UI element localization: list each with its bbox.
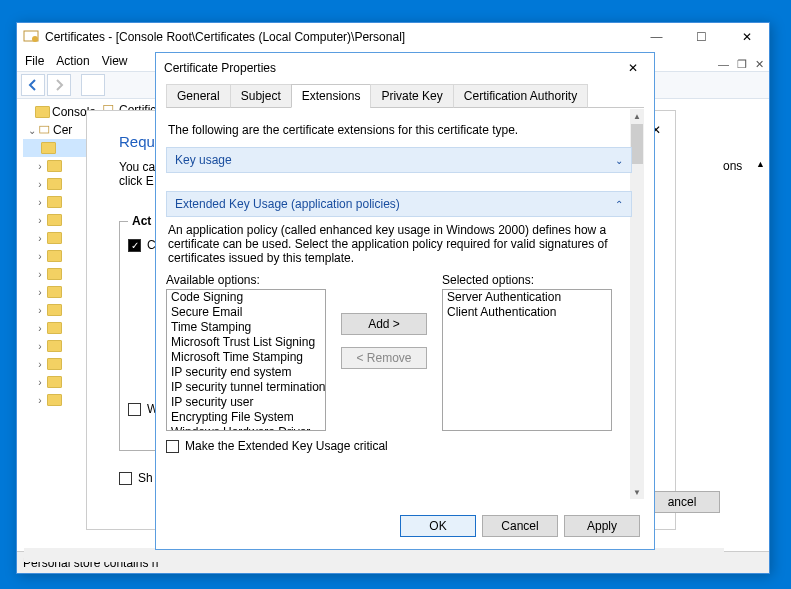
sysbuttons: — ☐ ✕ (634, 23, 769, 51)
add-button[interactable]: Add > (341, 313, 427, 335)
maximize-button[interactable]: ☐ (679, 23, 724, 51)
checkbox-icon (166, 440, 179, 453)
tab-extensions[interactable]: Extensions (291, 84, 372, 108)
actions-pane-fragment: ons ▲ (723, 159, 765, 173)
list-item[interactable]: Windows Hardware Driver (167, 425, 325, 430)
scroll-down-icon[interactable]: ▼ (630, 485, 644, 499)
ok-button[interactable]: OK (400, 515, 476, 537)
chevron-down-icon: ⌄ (615, 155, 623, 166)
child-minimize-button[interactable]: — (718, 58, 729, 71)
child-window-controls: — ❐ ✕ (718, 58, 764, 71)
cert-props-close-button[interactable]: ✕ (620, 55, 646, 81)
cert-props-titlebar: Certificate Properties ✕ (156, 53, 654, 83)
child-restore-button[interactable]: ❐ (737, 58, 747, 71)
available-options-list[interactable]: Code SigningSecure EmailTime StampingMic… (166, 289, 326, 431)
cancel-button[interactable]: Cancel (482, 515, 558, 537)
eku-description: An application policy (called enhanced k… (168, 223, 630, 265)
wizard-checkbox-sh[interactable]: Sh (119, 471, 153, 485)
back-button[interactable] (21, 74, 45, 96)
expander-key-usage-label: Key usage (175, 153, 615, 167)
list-item[interactable]: Microsoft Time Stamping (167, 350, 325, 365)
list-item[interactable]: Microsoft Trust List Signing (167, 335, 325, 350)
expander-eku-label: Extended Key Usage (application policies… (175, 197, 615, 211)
expander-key-usage[interactable]: Key usage ⌄ (166, 147, 632, 173)
intro-text: The following are the certificate extens… (168, 123, 630, 137)
selected-options-list[interactable]: Server AuthenticationClient Authenticati… (442, 289, 612, 431)
groupbox-label: Act (128, 214, 155, 228)
mmc-title: Certificates - [Console Root\Certificate… (45, 30, 634, 44)
expander-eku[interactable]: Extended Key Usage (application policies… (166, 191, 632, 217)
tab-private-key[interactable]: Private Key (370, 84, 453, 108)
svg-rect-3 (40, 126, 49, 133)
tab-general[interactable]: General (166, 84, 231, 108)
minimize-button[interactable]: — (634, 23, 679, 51)
wizard-cancel-button[interactable]: ancel (644, 491, 720, 513)
chevron-up-icon: ⌃ (615, 199, 623, 210)
cert-tree-icon (39, 124, 51, 136)
actions-label: ons (723, 159, 742, 173)
list-item[interactable]: Time Stamping (167, 320, 325, 335)
dialog-scrollbar[interactable]: ▲ ▼ (630, 109, 644, 499)
eku-critical-label: Make the Extended Key Usage critical (185, 439, 388, 453)
list-item[interactable]: IP security end system (167, 365, 325, 380)
tab-cert-authority[interactable]: Certification Authority (453, 84, 588, 108)
down-arrow-icon[interactable]: ▲ (756, 159, 765, 169)
menu-view[interactable]: View (102, 54, 128, 68)
forward-button[interactable] (47, 74, 71, 96)
menu-action[interactable]: Action (56, 54, 89, 68)
child-close-button[interactable]: ✕ (755, 58, 764, 71)
cert-properties-dialog: Certificate Properties ✕ General Subject… (155, 52, 655, 550)
eku-critical-checkbox[interactable]: Make the Extended Key Usage critical (166, 439, 632, 453)
list-item[interactable]: Code Signing (167, 290, 325, 305)
list-item[interactable]: IP security user (167, 395, 325, 410)
hscrollbar[interactable] (24, 548, 724, 562)
scroll-thumb[interactable] (631, 124, 643, 164)
tab-subject[interactable]: Subject (230, 84, 292, 108)
list-item[interactable]: Secure Email (167, 305, 325, 320)
cert-props-title: Certificate Properties (164, 61, 620, 75)
scroll-up-icon[interactable]: ▲ (630, 109, 644, 123)
menu-file[interactable]: File (25, 54, 44, 68)
list-item[interactable]: Client Authentication (443, 305, 611, 320)
tabstrip: General Subject Extensions Private Key C… (166, 83, 644, 108)
toolbar-btn[interactable] (81, 74, 105, 96)
available-label: Available options: (166, 273, 326, 287)
list-item[interactable]: IP security tunnel termination (167, 380, 325, 395)
wizard-buttons: ancel (644, 491, 720, 513)
apply-button[interactable]: Apply (564, 515, 640, 537)
close-button[interactable]: ✕ (724, 23, 769, 51)
mmc-titlebar: Certificates - [Console Root\Certificate… (17, 23, 769, 51)
dialog-buttons: OK Cancel Apply (400, 515, 640, 537)
extensions-pane: The following are the certificate extens… (166, 121, 632, 499)
certificate-icon (23, 29, 39, 45)
selected-label: Selected options: (442, 273, 612, 287)
remove-button[interactable]: < Remove (341, 347, 427, 369)
list-item[interactable]: Encrypting File System (167, 410, 325, 425)
list-item[interactable]: Server Authentication (443, 290, 611, 305)
svg-point-1 (32, 36, 38, 42)
